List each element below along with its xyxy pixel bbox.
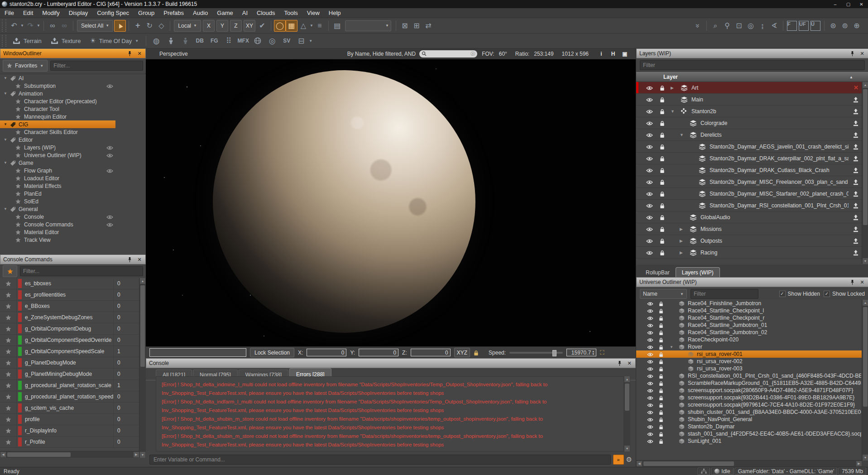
export-layer-icon[interactable]: [853, 202, 858, 208]
dock-tab-layers-wip-[interactable]: Layers (WIP): [676, 267, 720, 277]
eye-icon[interactable]: [647, 416, 653, 422]
angle-snap-icon[interactable]: △: [297, 20, 309, 32]
console-scrollbar[interactable]: ▲ ▼: [624, 376, 630, 451]
layer-row-main[interactable]: Main: [636, 94, 862, 106]
outliner-row-rsi-ursa-rover-001[interactable]: rsi_ursa_rover-001: [636, 350, 862, 358]
expander-icon[interactable]: ▼: [4, 122, 9, 126]
outliner-row-shubin-navpoint-general[interactable]: Shubin_NavPoint_General: [636, 416, 862, 423]
eye-icon[interactable]: [646, 120, 653, 126]
eye-icon[interactable]: [646, 132, 653, 138]
menu-audio[interactable]: Audio: [188, 8, 212, 18]
close-icon[interactable]: ✕: [626, 360, 633, 366]
lock-icon[interactable]: [659, 315, 663, 321]
pin-icon[interactable]: [849, 50, 855, 57]
tree-item-mannequin-editor[interactable]: Mannequin Editor: [0, 113, 146, 120]
spinner-arrows[interactable]: ▲▼: [592, 350, 595, 355]
outliner-row-race04-startline-checkpoint-r[interactable]: Race04_Startline_Checkpoint_r: [636, 314, 862, 321]
export-layer-icon[interactable]: [853, 226, 858, 232]
table-row[interactable]: g_OrbitalComponentDebug0: [0, 323, 139, 335]
axis-z-button[interactable]: Z: [230, 20, 242, 32]
star-icon[interactable]: [15, 83, 21, 89]
console-log[interactable]: [Error] ! Shop_ht_delta_indmine_l_multi …: [156, 376, 624, 451]
pin-icon[interactable]: [616, 360, 623, 366]
eye-icon[interactable]: [646, 167, 653, 173]
export-layer-icon[interactable]: [853, 214, 858, 220]
cvar-value[interactable]: 0: [114, 425, 139, 436]
lock-icon[interactable]: [660, 190, 665, 197]
toolbar-grip[interactable]: [2, 35, 6, 47]
tree-item-universe-outliner-wip-[interactable]: Universe Outliner (WIP): [0, 151, 146, 159]
named-selection-dropdown[interactable]: ▼: [345, 20, 391, 31]
layer-row-stanton2b-daymar-drak-caterpillar-002-pl[interactable]: Stanton2b_Daymar_DRAK_caterpillar_002_pl…: [636, 153, 862, 164]
export-all-icon[interactable]: ⊞: [411, 20, 422, 32]
xyz-mode-button[interactable]: XYZ: [454, 348, 470, 357]
star-icon[interactable]: [15, 129, 21, 135]
expander-icon[interactable]: ▼: [4, 207, 9, 211]
close-icon[interactable]: ✕: [859, 50, 865, 57]
menu-group[interactable]: Group: [134, 8, 159, 18]
lock-icon[interactable]: [659, 423, 663, 430]
orbit-icon[interactable]: ◎: [745, 20, 757, 32]
material-ball-icon[interactable]: ◍: [149, 35, 163, 47]
star-icon[interactable]: [0, 289, 17, 300]
lock-icon[interactable]: [660, 202, 665, 208]
expander-icon[interactable]: ▼: [4, 138, 9, 142]
ragdoll-editor-icon[interactable]: [178, 35, 192, 47]
eye-icon[interactable]: [646, 179, 653, 185]
export-layer-icon[interactable]: [853, 178, 858, 185]
layer-row-outposts[interactable]: ▶Outposts: [636, 235, 862, 247]
menu-ai[interactable]: AI: [238, 8, 252, 18]
table-row[interactable]: g_PlanetDebugMode0: [0, 357, 139, 369]
tree-item-layers-wip-[interactable]: Layers (WIP): [0, 144, 146, 151]
scroll-down-icon[interactable]: ▼: [140, 452, 145, 458]
menu-tools[interactable]: Tools: [279, 8, 302, 18]
table-row[interactable]: g_OrbitalComponentSpeedOverride0: [0, 335, 139, 346]
cvar-value[interactable]: 0: [114, 437, 139, 447]
run-command-button[interactable]: »: [613, 455, 624, 465]
universe-icon[interactable]: [250, 35, 265, 47]
pin-icon[interactable]: [126, 50, 133, 57]
expander-icon[interactable]: ▼: [671, 109, 675, 114]
scroll-right-icon[interactable]: ▶: [856, 461, 862, 466]
gear-sphere-icon[interactable]: ⊛: [827, 20, 839, 32]
axis-xy-button[interactable]: XY: [244, 20, 255, 32]
lock-icon[interactable]: [660, 214, 665, 220]
search-mode-dropdown[interactable]: Name ▼: [640, 289, 687, 299]
layer-row-art[interactable]: ▶Art✕: [636, 82, 862, 94]
gear-add-icon[interactable]: ⊕: [851, 20, 863, 32]
rotate-tool-icon[interactable]: ↻: [144, 20, 155, 32]
reference-space-dropdown[interactable]: Local▼: [174, 20, 201, 32]
outliner-row-race04-startline-jumbotron-01[interactable]: Race04_Startline_Jumbotron_01: [636, 321, 862, 329]
star-icon[interactable]: [15, 144, 21, 151]
show-locked-checkbox[interactable]: ✓ Show Locked: [824, 291, 865, 297]
scroll-up-icon[interactable]: ▲: [624, 376, 630, 382]
lock-icon[interactable]: [660, 96, 665, 102]
outliner-row-screensupport-socpak-280650f9-a4d7-4862-[interactable]: screensupport.socpak{280650F9-A4D7-4862-…: [636, 387, 862, 394]
star-icon[interactable]: [0, 414, 17, 425]
console-settings-gear-icon[interactable]: ⚙: [626, 456, 632, 464]
eye-icon[interactable]: [646, 191, 653, 197]
vertical-scrollbar[interactable]: ▲ ▼: [139, 278, 146, 458]
export-layer-icon[interactable]: [853, 96, 858, 102]
eye-icon[interactable]: [647, 394, 653, 401]
measure-icon[interactable]: ∢: [768, 20, 780, 32]
eye-icon[interactable]: [647, 402, 653, 408]
universe-filter-input[interactable]: [691, 289, 758, 299]
eye-icon[interactable]: [106, 144, 113, 151]
outliner-row-shubin-cluster-001-sand-b8aa34e0-bbdc-40[interactable]: shubin_cluster_001_sand_{B8AA34E0-BBDC-4…: [636, 408, 862, 416]
outliner-row-rsi-ursa-rover-003[interactable]: rsi_ursa_rover-003: [636, 365, 862, 372]
eye-icon[interactable]: [646, 85, 653, 91]
tree-item-material-editor[interactable]: Material Editor: [0, 228, 146, 236]
x-coordinate-input[interactable]: 0: [307, 349, 346, 356]
menu-view[interactable]: View: [302, 8, 324, 18]
star-icon[interactable]: [15, 98, 21, 105]
export-selected-icon[interactable]: ⊠: [399, 20, 411, 32]
layer-row-colorgrade[interactable]: Colorgrade: [636, 117, 862, 129]
axis-x-button[interactable]: X: [203, 20, 215, 32]
uf-tool-icon[interactable]: UF: [798, 20, 810, 32]
star-icon[interactable]: [15, 168, 21, 174]
star-icon[interactable]: [0, 380, 17, 391]
select-mode-icon[interactable]: ►: [114, 20, 126, 32]
scroll-right-icon[interactable]: ▶: [134, 452, 139, 457]
star-icon[interactable]: [0, 335, 17, 345]
